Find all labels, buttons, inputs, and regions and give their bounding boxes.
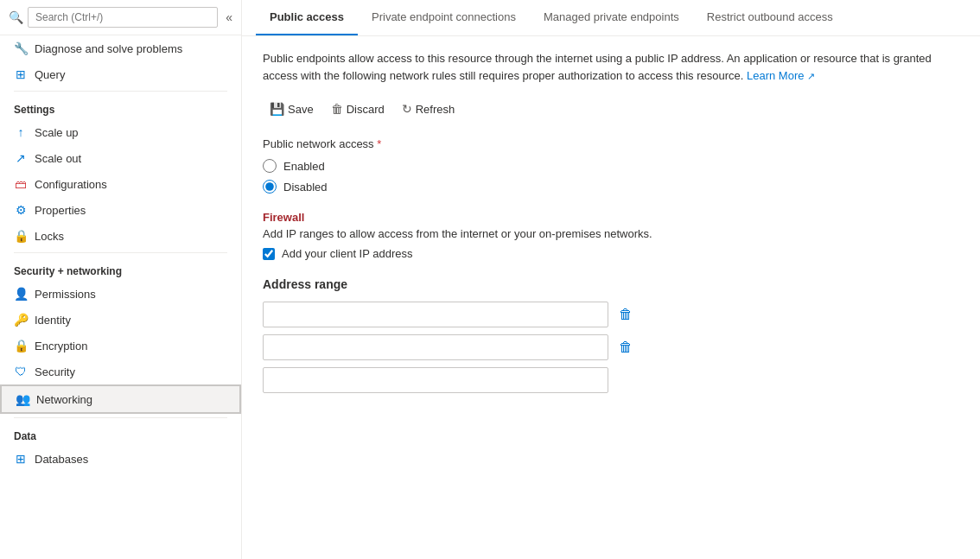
radio-disabled[interactable]: Disabled <box>263 180 959 194</box>
refresh-button[interactable]: ↻ Refresh <box>395 98 462 120</box>
encryption-icon: 🔒 <box>14 339 28 353</box>
discard-button[interactable]: 🗑 Discard <box>324 98 391 120</box>
tab-bar: Public access Private endpoint connectio… <box>242 0 980 36</box>
sidebar-item-permissions[interactable]: 👤 Permissions <box>0 281 241 307</box>
sidebar-item-label: Query <box>35 68 65 81</box>
query-icon: ⊞ <box>14 67 28 81</box>
refresh-label: Refresh <box>416 103 455 116</box>
refresh-icon: ↻ <box>402 102 412 116</box>
locks-icon: 🔒 <box>14 229 28 243</box>
tab-restrict-outbound[interactable]: Restrict outbound access <box>693 0 847 35</box>
radio-disabled-input[interactable] <box>263 180 277 194</box>
public-network-label: Public network access * <box>263 137 959 150</box>
main-content: Public access Private endpoint connectio… <box>242 0 980 559</box>
radio-enabled-label: Enabled <box>283 160 325 173</box>
settings-section-label: Settings <box>0 95 241 119</box>
sidebar-item-query[interactable]: ⊞ Query <box>0 61 241 87</box>
collapse-sidebar-button[interactable]: « <box>226 10 232 24</box>
radio-enabled-input[interactable] <box>263 159 277 173</box>
networking-icon: 👥 <box>16 392 29 406</box>
sidebar-item-properties[interactable]: ⚙ Properties <box>0 197 241 223</box>
search-input[interactable] <box>28 7 218 28</box>
sidebar-divider-1 <box>14 91 227 92</box>
scale-out-icon: ↗ <box>14 151 28 165</box>
learn-more-link[interactable]: Learn More ↗ <box>747 69 815 82</box>
databases-icon: ⊞ <box>14 452 28 466</box>
diagnose-icon: 🔧 <box>14 41 28 55</box>
identity-icon: 🔑 <box>14 313 28 327</box>
sidebar-item-label: Encryption <box>35 340 87 353</box>
discard-icon: 🗑 <box>331 102 343 116</box>
info-text: Public endpoints allow access to this re… <box>263 52 932 82</box>
sidebar-item-networking[interactable]: 👥 Networking <box>0 384 241 414</box>
content-area: Public endpoints allow access to this re… <box>242 36 980 559</box>
sidebar-item-label: Databases <box>35 453 88 466</box>
sidebar-item-databases[interactable]: ⊞ Databases <box>0 446 241 472</box>
discard-label: Discard <box>347 103 385 116</box>
firewall-title: Firewall <box>263 211 959 224</box>
address-row-2: 🗑 <box>263 334 959 360</box>
sidebar-item-label: Security <box>35 365 75 378</box>
address-input-3[interactable] <box>263 367 608 393</box>
external-link-icon: ↗ <box>807 71 815 81</box>
delete-address-2-button[interactable]: 🗑 <box>615 338 636 357</box>
security-icon: 🛡 <box>14 365 28 378</box>
firewall-section: Firewall Add IP ranges to allow access f… <box>263 211 959 260</box>
security-section-label: Security + networking <box>0 257 241 281</box>
address-input-1[interactable] <box>263 302 608 327</box>
add-client-ip-input[interactable] <box>263 248 275 260</box>
save-label: Save <box>288 103 314 116</box>
sidebar-item-label: Identity <box>35 314 71 327</box>
sidebar-item-locks[interactable]: 🔒 Locks <box>0 223 241 249</box>
address-row-1: 🗑 <box>263 302 959 327</box>
sidebar-scroll-area: 🔧 Diagnose and solve problems ⊞ Query Se… <box>0 35 241 559</box>
sidebar: 🔍 « 🔧 Diagnose and solve problems ⊞ Quer… <box>0 0 242 559</box>
sidebar-item-scale-up[interactable]: ↑ Scale up <box>0 119 241 145</box>
add-client-ip-label: Add your client IP address <box>282 247 413 260</box>
firewall-description: Add IP ranges to allow access from the i… <box>263 227 959 240</box>
sidebar-item-identity[interactable]: 🔑 Identity <box>0 307 241 333</box>
public-network-label-text: Public network access <box>263 137 374 150</box>
sidebar-item-security[interactable]: 🛡 Security <box>0 359 241 384</box>
tab-private-endpoint[interactable]: Private endpoint connections <box>358 0 530 35</box>
save-icon: 💾 <box>270 102 284 116</box>
data-section-label: Data <box>0 422 241 446</box>
sidebar-item-scale-out[interactable]: ↗ Scale out <box>0 145 241 171</box>
sidebar-item-encryption[interactable]: 🔒 Encryption <box>0 333 241 359</box>
address-input-2[interactable] <box>263 334 608 360</box>
save-button[interactable]: 💾 Save <box>263 98 321 120</box>
network-access-radio-group: Enabled Disabled <box>263 159 959 194</box>
sidebar-item-label: Configurations <box>35 178 107 191</box>
search-icon: 🔍 <box>9 10 22 24</box>
properties-icon: ⚙ <box>14 203 28 217</box>
tab-public-access[interactable]: Public access <box>256 0 358 35</box>
sidebar-item-label: Properties <box>35 204 86 217</box>
scale-up-icon: ↑ <box>14 125 28 139</box>
sidebar-item-label: Scale out <box>35 152 81 165</box>
radio-enabled[interactable]: Enabled <box>263 159 959 173</box>
required-indicator: * <box>377 137 381 150</box>
sidebar-item-label: Permissions <box>35 288 96 301</box>
address-range-label: Address range <box>263 277 959 291</box>
configurations-icon: 🗃 <box>14 177 28 191</box>
learn-more-label: Learn More <box>747 69 804 82</box>
sidebar-item-diagnose[interactable]: 🔧 Diagnose and solve problems <box>0 35 241 61</box>
sidebar-item-label: Scale up <box>35 126 79 139</box>
toolbar: 💾 Save 🗑 Discard ↻ Refresh <box>263 98 959 120</box>
address-row-3 <box>263 367 959 393</box>
sidebar-divider-3 <box>14 417 227 418</box>
sidebar-search-bar: 🔍 « <box>0 0 241 35</box>
sidebar-item-label: Locks <box>35 230 64 243</box>
address-range-section: Address range 🗑 🗑 <box>263 277 959 393</box>
tab-managed-private[interactable]: Managed private endpoints <box>530 0 693 35</box>
info-description: Public endpoints allow access to this re… <box>263 50 937 84</box>
add-client-ip-checkbox[interactable]: Add your client IP address <box>263 247 959 260</box>
sidebar-item-label: Diagnose and solve problems <box>35 42 182 55</box>
sidebar-item-label: Networking <box>36 393 92 406</box>
radio-disabled-label: Disabled <box>283 181 328 194</box>
delete-address-1-button[interactable]: 🗑 <box>615 305 636 324</box>
permissions-icon: 👤 <box>14 287 28 301</box>
sidebar-divider-2 <box>14 252 227 253</box>
sidebar-item-configurations[interactable]: 🗃 Configurations <box>0 171 241 197</box>
